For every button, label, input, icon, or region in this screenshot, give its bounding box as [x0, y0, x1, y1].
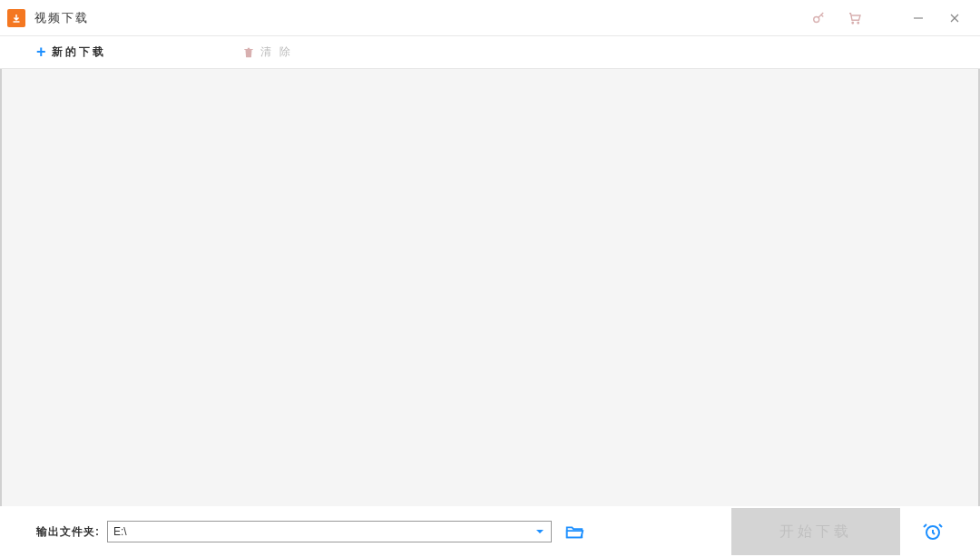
- clear-label: 清 除: [260, 44, 293, 60]
- titlebar: 视频下载: [0, 0, 980, 36]
- output-folder-value: E:\: [113, 525, 534, 538]
- download-list-area: [0, 69, 980, 506]
- svg-point-2: [858, 22, 859, 24]
- minimize-button[interactable]: [900, 0, 936, 36]
- output-folder-select[interactable]: E:\: [107, 521, 552, 542]
- cart-icon-button[interactable]: [837, 0, 873, 36]
- footer: 输出文件夹: E:\ 开始下载: [0, 506, 980, 557]
- plus-icon: +: [36, 43, 46, 62]
- key-icon-button[interactable]: [800, 0, 837, 36]
- close-icon: [949, 13, 960, 24]
- trash-icon: [242, 46, 255, 59]
- start-download-label: 开始下载: [779, 523, 852, 542]
- app-icon: [7, 9, 25, 27]
- alarm-clock-icon: [922, 521, 944, 542]
- svg-point-0: [814, 16, 819, 22]
- new-download-button[interactable]: + 新的下载: [36, 43, 106, 62]
- chevron-down-icon: [534, 526, 545, 537]
- cart-icon: [847, 10, 863, 26]
- start-download-button[interactable]: 开始下载: [731, 508, 900, 555]
- clear-button[interactable]: 清 除: [242, 44, 293, 60]
- minimize-icon: [913, 13, 924, 24]
- output-folder-label: 输出文件夹:: [36, 524, 100, 540]
- window-title: 视频下载: [34, 10, 89, 26]
- open-folder-button[interactable]: [564, 522, 584, 542]
- svg-point-1: [852, 22, 854, 24]
- schedule-button[interactable]: [922, 521, 944, 542]
- close-button[interactable]: [936, 0, 973, 36]
- folder-icon: [564, 522, 584, 542]
- new-download-label: 新的下载: [52, 44, 106, 60]
- key-icon: [810, 10, 827, 26]
- toolbar: + 新的下载 清 除: [0, 36, 980, 69]
